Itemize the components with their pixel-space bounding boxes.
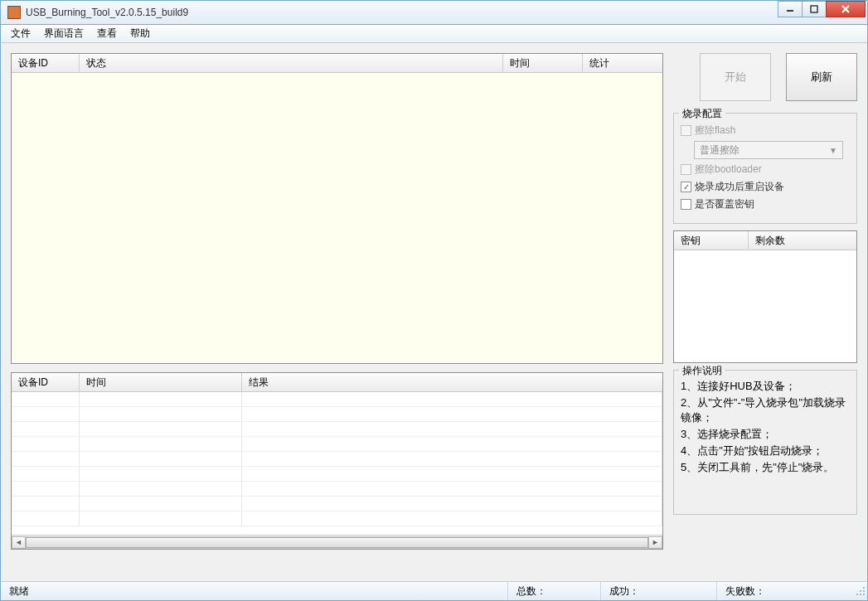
status-success: 成功：	[601, 582, 717, 600]
minimize-icon	[786, 5, 794, 13]
burn-config-group: 烧录配置 擦除flash 普通擦除 ▼ 擦除bootloader 烧录成功后重启…	[673, 113, 857, 224]
menu-view[interactable]: 查看	[90, 24, 124, 43]
close-button[interactable]	[826, 1, 866, 17]
svg-point-5	[860, 594, 861, 595]
instruction-line: 1、连接好HUB及设备；	[681, 379, 850, 394]
menu-help[interactable]: 帮助	[124, 24, 157, 43]
scroll-thumb[interactable]	[26, 537, 648, 548]
erase-mode-select[interactable]: 普通擦除 ▼	[694, 141, 843, 159]
status-failed: 失败数：	[717, 582, 854, 600]
result-table-body	[12, 392, 662, 535]
table-row	[12, 511, 662, 526]
status-ready: 就绪	[1, 582, 508, 600]
resize-grip[interactable]	[854, 584, 867, 598]
scroll-right-button[interactable]: ►	[648, 536, 662, 549]
col-key[interactable]: 密钥	[674, 231, 749, 250]
svg-point-7	[856, 594, 858, 595]
statusbar: 就绪 总数： 成功： 失败数：	[0, 581, 868, 601]
device-table-body	[12, 73, 662, 363]
maximize-icon	[810, 5, 818, 13]
chevron-down-icon: ▼	[829, 146, 837, 155]
titlebar: USB_Burning_Tool_v2.0.5.15_build9	[0, 0, 868, 25]
menu-file[interactable]: 文件	[4, 24, 37, 43]
start-button[interactable]: 开始	[700, 53, 771, 101]
key-table-header: 密钥 剩余数	[674, 231, 856, 250]
col-device-id[interactable]: 设备ID	[12, 54, 80, 72]
svg-line-2	[842, 6, 849, 12]
client-area: 设备ID 状态 时间 统计 设备ID 时间 结果	[0, 43, 868, 581]
scroll-left-button[interactable]: ◄	[12, 536, 26, 549]
svg-point-6	[863, 590, 865, 592]
burn-config-title: 烧录配置	[679, 107, 725, 121]
maximize-button[interactable]	[802, 1, 827, 17]
table-row	[12, 407, 662, 422]
reboot-row: 烧录成功后重启设备	[681, 180, 850, 194]
overwrite-key-label: 是否覆盖密钥	[695, 197, 754, 211]
instructions-title: 操作说明	[679, 364, 725, 378]
table-row	[12, 497, 662, 511]
col-remaining[interactable]: 剩余数	[749, 231, 856, 250]
erase-flash-label: 擦除flash	[695, 124, 735, 138]
col-result[interactable]: 结果	[242, 373, 662, 391]
erase-mode-value: 普通擦除	[700, 143, 739, 158]
instruction-line: 5、关闭工具前，先"停止"烧录。	[681, 460, 850, 475]
result-table-header: 设备ID 时间 结果	[12, 373, 662, 392]
close-icon	[841, 5, 851, 13]
device-table[interactable]: 设备ID 状态 时间 统计	[11, 53, 663, 364]
table-row	[12, 422, 662, 437]
erase-bootloader-row: 擦除bootloader	[681, 162, 850, 177]
svg-point-4	[863, 594, 865, 595]
overwrite-key-checkbox[interactable]	[681, 199, 691, 210]
col-status[interactable]: 状态	[80, 54, 503, 72]
svg-rect-1	[811, 6, 817, 12]
col-stats[interactable]: 统计	[583, 54, 662, 72]
menu-language[interactable]: 界面语言	[37, 24, 90, 43]
table-row	[12, 482, 662, 497]
table-row	[12, 437, 662, 452]
svg-line-3	[842, 6, 849, 12]
table-row	[12, 452, 662, 467]
window-title: USB_Burning_Tool_v2.0.5.15_build9	[26, 7, 778, 18]
reboot-checkbox[interactable]	[681, 182, 691, 192]
col-device-id-2[interactable]: 设备ID	[12, 373, 80, 391]
chevron-right-icon: ►	[652, 538, 659, 546]
scroll-track[interactable]	[26, 536, 648, 549]
col-time-2[interactable]: 时间	[80, 373, 242, 391]
instruction-line: 2、从"文件"-"导入烧录包"加载烧录镜像；	[681, 395, 850, 425]
refresh-button[interactable]: 刷新	[786, 53, 857, 101]
erase-bootloader-label: 擦除bootloader	[695, 162, 762, 177]
minimize-button[interactable]	[778, 1, 803, 17]
action-buttons: 开始 刷新	[673, 53, 857, 101]
instruction-line: 4、点击"开始"按钮启动烧录；	[681, 443, 850, 458]
erase-flash-row: 擦除flash	[681, 124, 850, 138]
resize-grip-icon	[856, 586, 866, 596]
reboot-label: 烧录成功后重启设备	[695, 180, 784, 194]
left-column: 设备ID 状态 时间 统计 设备ID 时间 结果	[11, 53, 663, 571]
svg-point-9	[863, 587, 865, 589]
result-table[interactable]: 设备ID 时间 结果 ◄ ►	[11, 372, 663, 550]
instruction-line: 3、选择烧录配置；	[681, 427, 850, 442]
status-total: 总数：	[508, 582, 601, 600]
col-time[interactable]: 时间	[503, 54, 583, 72]
right-column: 开始 刷新 烧录配置 擦除flash 普通擦除 ▼ 擦除bootloader 烧…	[673, 53, 857, 571]
horizontal-scrollbar[interactable]: ◄ ►	[12, 535, 662, 549]
instructions-group: 操作说明 1、连接好HUB及设备； 2、从"文件"-"导入烧录包"加载烧录镜像；…	[673, 370, 857, 515]
window-controls	[778, 1, 866, 18]
key-table[interactable]: 密钥 剩余数	[673, 230, 857, 363]
svg-point-8	[860, 590, 861, 592]
table-row	[12, 467, 662, 482]
overwrite-key-row: 是否覆盖密钥	[681, 197, 850, 211]
menubar: 文件 界面语言 查看 帮助	[0, 25, 868, 43]
chevron-left-icon: ◄	[15, 538, 22, 546]
erase-bootloader-checkbox[interactable]	[681, 164, 691, 175]
app-icon	[7, 6, 21, 19]
erase-flash-checkbox[interactable]	[681, 125, 691, 136]
device-table-header: 设备ID 状态 时间 统计	[12, 54, 662, 73]
table-row	[12, 392, 662, 407]
